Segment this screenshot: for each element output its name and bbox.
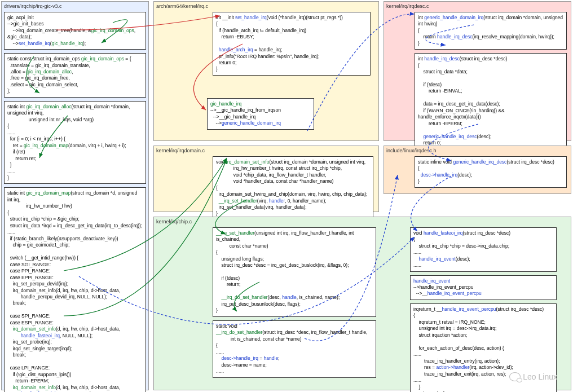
watermark-text: Leo Linux bbox=[523, 372, 557, 382]
region-kernel-chip: kernel/irq/chip.c __irq_set_handler(unsi… bbox=[153, 217, 571, 390]
code-gic-irq-domain-map: static int gic_irq_domain_map(struct irq… bbox=[4, 187, 146, 392]
region-drivers-irqchip: drivers/irqchip/irq-gic-v3.c gic_acpi_in… bbox=[1, 1, 149, 390]
region-kernel-irqdomain: kernel/irq/irqdomain.c void irq_domain_s… bbox=[153, 146, 379, 212]
region-title: drivers/irqchip/irq-gic-v3.c bbox=[4, 3, 146, 10]
code-handle-fasteoi-irq: void handle_fasteoi_irq(struct irq_desc … bbox=[410, 227, 557, 272]
code-irq-do-set-handler: static void __irq_do_set_handler(struct … bbox=[213, 320, 376, 378]
chat-bubble-icon bbox=[509, 372, 521, 381]
code-set-handle-irq: int __init set_handle_irq(void (*handle_… bbox=[213, 12, 371, 76]
code-gic-acpi-init: gic_acpi_init -->gic_init_bases -->irq_d… bbox=[4, 12, 146, 50]
code-gic-irq-domain-alloc: static int gic_irq_domain_alloc(struct i… bbox=[4, 101, 146, 184]
watermark: Leo Linux bbox=[509, 372, 557, 382]
region-title: kernel/irq/chip.c bbox=[156, 219, 568, 226]
region-kernel-irqdesc: kernel/irq/irqdesc.c int generic_handle_… bbox=[384, 1, 571, 141]
code-gic-irq-domain-ops: static const struct irq_domain_ops gic_i… bbox=[4, 53, 146, 98]
region-title: include/linux/irqdesc.h bbox=[386, 148, 568, 155]
region-include-irqdesc: include/linux/irqdesc.h static inline vo… bbox=[384, 146, 571, 194]
code-handle-irq-desc: int handle_irq_desc(struct irq_desc *des… bbox=[415, 53, 567, 156]
code-generic-handle-domain-irq: int generic_handle_domain_irq(struct irq… bbox=[415, 12, 567, 50]
code-irq-set-handler: __irq_set_handler(unsigned int irq, irq_… bbox=[213, 227, 376, 317]
code-irq-domain-set-info: void irq_domain_set_info(struct irq_doma… bbox=[213, 156, 373, 220]
region-title: kernel/irq/irqdesc.c bbox=[386, 3, 568, 10]
region-title: kernel/irq/irqdomain.c bbox=[156, 148, 376, 155]
code-gic-handle-irq-chain: gic_handle_irq -->__gic_handle_irq_from_… bbox=[207, 98, 314, 130]
code-generic-handle-irq-desc: static inline void generic_handle_irq_de… bbox=[415, 156, 567, 188]
region-title: arch/arm64/kernel/irq.c bbox=[156, 3, 376, 10]
code-handle-irq-event: handle_irq_event -->handle_irq_event_per… bbox=[410, 275, 557, 300]
region-arch-arm64: arch/arm64/kernel/irq.c int __init set_h… bbox=[153, 1, 379, 141]
